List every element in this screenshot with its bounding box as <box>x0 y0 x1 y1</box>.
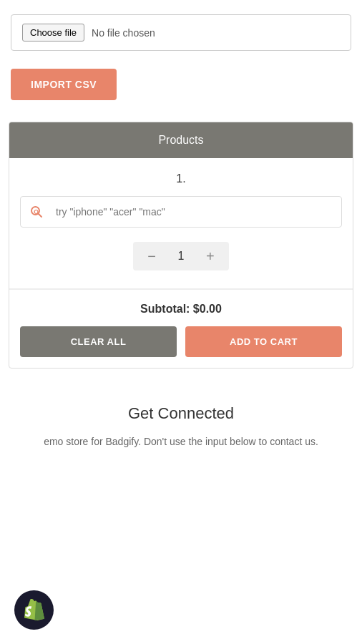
choose-file-button[interactable]: Choose file <box>22 24 84 42</box>
product-search-input[interactable] <box>56 206 331 218</box>
quantity-increase-button[interactable]: + <box>192 249 229 263</box>
file-section: Choose file No file chosen <box>0 0 362 58</box>
subtotal-text: Subtotal: $0.00 <box>20 303 342 316</box>
shopify-badge[interactable] <box>14 590 54 630</box>
products-header: Products <box>9 122 353 158</box>
get-connected-description: emo store for Badgify. Don't use the inp… <box>14 434 348 449</box>
products-section: Products 1. ⚬ − 1 + Subtotal: $0.00 CLEA… <box>9 122 353 369</box>
product-number: 1. <box>20 172 342 185</box>
quantity-control: − 1 + <box>20 242 342 270</box>
shopify-icon <box>24 599 44 622</box>
svg-line-1 <box>39 214 42 218</box>
file-input-wrapper: Choose file No file chosen <box>11 14 351 51</box>
quantity-box: − 1 + <box>133 242 228 270</box>
clear-all-button[interactable]: CLEAR ALL <box>20 326 177 357</box>
search-wrapper: ⚬ <box>20 196 342 228</box>
get-connected-title: Get Connected <box>14 404 348 423</box>
add-to-cart-button[interactable]: ADD TO CART <box>185 326 342 357</box>
actions-row: CLEAR ALL ADD TO CART <box>20 326 342 357</box>
import-csv-button[interactable]: IMPORT CSV <box>11 69 117 100</box>
subtotal-section: Subtotal: $0.00 CLEAR ALL ADD TO CART <box>9 289 353 368</box>
no-file-label: No file chosen <box>92 27 155 39</box>
search-icon-svg <box>30 205 43 218</box>
get-connected-section: Get Connected emo store for Badgify. Don… <box>0 376 362 464</box>
quantity-decrease-button[interactable]: − <box>133 249 170 263</box>
product-row: 1. ⚬ − 1 + <box>9 158 353 289</box>
quantity-value: 1 <box>170 250 192 263</box>
